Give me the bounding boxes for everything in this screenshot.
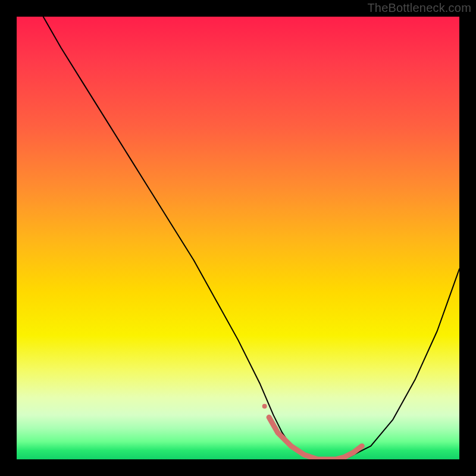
bottleneck-curve (43, 17, 459, 459)
watermark-text: TheBottleneck.com (367, 1, 471, 15)
highlight-dot-1 (262, 404, 267, 409)
highlight-dot-2 (273, 426, 278, 431)
curve-svg (17, 17, 459, 459)
plot-area (17, 17, 459, 459)
optimal-region-highlight (269, 417, 362, 459)
chart-frame: TheBottleneck.com (0, 0, 476, 476)
